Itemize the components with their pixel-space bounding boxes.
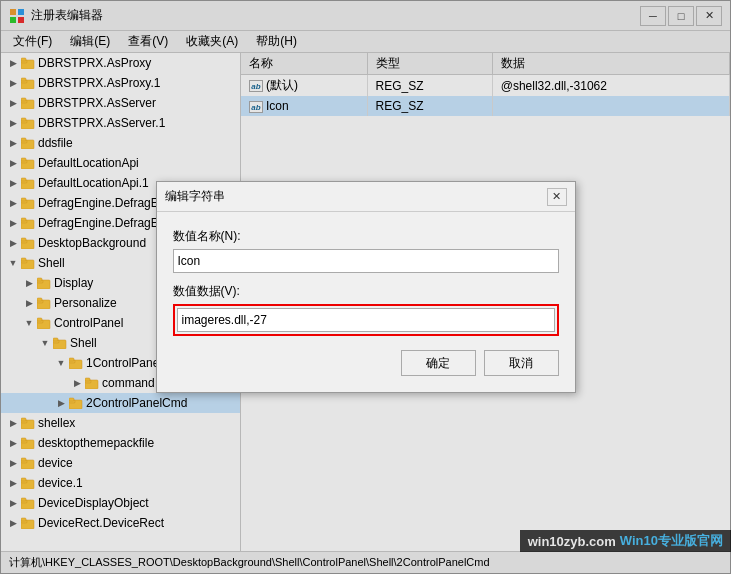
value-label: 数值数据(V): — [173, 283, 559, 300]
value-data-container — [173, 304, 559, 336]
ok-button[interactable]: 确定 — [401, 350, 476, 376]
dialog-body: 数值名称(N): 数值数据(V): 确定 取消 — [157, 212, 575, 392]
name-input[interactable] — [173, 249, 559, 273]
name-field-group: 数值名称(N): — [173, 228, 559, 273]
edit-string-dialog: 编辑字符串 ✕ 数值名称(N): 数值数据(V): 确定 取消 — [156, 181, 576, 393]
value-field-group: 数值数据(V): — [173, 283, 559, 336]
dialog-overlay: 编辑字符串 ✕ 数值名称(N): 数值数据(V): 确定 取消 — [0, 0, 731, 574]
value-input[interactable] — [177, 308, 555, 332]
dialog-buttons: 确定 取消 — [173, 350, 559, 376]
name-label: 数值名称(N): — [173, 228, 559, 245]
cancel-button[interactable]: 取消 — [484, 350, 559, 376]
dialog-close-button[interactable]: ✕ — [547, 188, 567, 206]
dialog-title-bar: 编辑字符串 ✕ — [157, 182, 575, 212]
dialog-title: 编辑字符串 — [165, 188, 225, 205]
